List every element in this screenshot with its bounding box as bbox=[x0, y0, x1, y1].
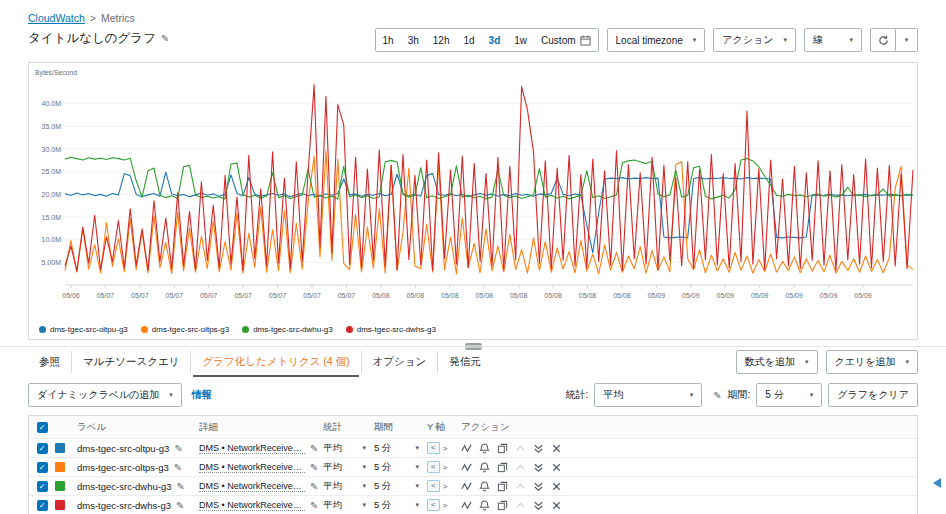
pane-resize-handle[interactable] bbox=[465, 343, 482, 350]
range-button-3d[interactable]: 3d bbox=[482, 31, 508, 50]
create-alarm-icon[interactable] bbox=[479, 443, 490, 454]
create-alarm-icon[interactable] bbox=[479, 500, 490, 511]
range-button-1w[interactable]: 1w bbox=[507, 31, 534, 50]
custom-range-button[interactable]: Custom bbox=[534, 31, 597, 50]
edit-icon[interactable]: ✎ bbox=[174, 443, 182, 454]
edit-icon[interactable]: ✎ bbox=[176, 500, 184, 511]
range-button-3h[interactable]: 3h bbox=[401, 31, 426, 50]
row-checkbox[interactable]: ✓ bbox=[37, 500, 48, 511]
graph-this-metric-icon[interactable] bbox=[461, 481, 472, 492]
range-button-1d[interactable]: 1d bbox=[456, 31, 481, 50]
row-period-value: 5 分 bbox=[374, 461, 391, 474]
move-to-bottom-icon[interactable] bbox=[533, 500, 544, 511]
statistic-value: 平均 bbox=[603, 388, 623, 402]
period-dropdown-caret[interactable]: ▾ bbox=[415, 501, 419, 509]
tab-2[interactable]: グラフ化したメトリクス (4 個) bbox=[191, 351, 361, 373]
legend-item[interactable]: dms-tgec-src-oltps-g3 bbox=[141, 325, 229, 334]
legend-item[interactable]: dms-tgec-src-dwhu-g3 bbox=[242, 325, 333, 334]
yaxis-left-button[interactable]: < bbox=[427, 442, 440, 454]
row-details-link[interactable]: DMS • NetworkReceiveThroughput • Repl bbox=[199, 481, 305, 492]
remove-metric-icon[interactable] bbox=[551, 500, 562, 511]
edit-icon[interactable]: ✎ bbox=[177, 481, 185, 492]
yaxis-left-button[interactable]: < bbox=[427, 499, 440, 511]
graph-type-dropdown[interactable]: 線▾ bbox=[804, 28, 862, 52]
graph-this-metric-icon[interactable] bbox=[461, 443, 472, 454]
yaxis-left-button[interactable]: < bbox=[427, 461, 440, 473]
range-button-1h[interactable]: 1h bbox=[376, 31, 401, 50]
yaxis-left-button[interactable]: < bbox=[427, 480, 440, 492]
create-alarm-icon[interactable] bbox=[479, 481, 490, 492]
move-to-bottom-icon[interactable] bbox=[533, 443, 544, 454]
clear-graph-button[interactable]: グラフをクリア bbox=[828, 383, 918, 407]
tab-0[interactable]: 参照 bbox=[28, 351, 72, 373]
graph-this-metric-icon[interactable] bbox=[461, 500, 472, 511]
period-dropdown-caret[interactable]: ▾ bbox=[415, 482, 419, 490]
move-up-icon[interactable] bbox=[515, 481, 526, 492]
add-math-button[interactable]: 数式を追加▾ bbox=[736, 350, 818, 374]
graph-this-metric-icon[interactable] bbox=[461, 462, 472, 473]
refresh-button[interactable] bbox=[870, 28, 896, 52]
create-alarm-icon[interactable] bbox=[479, 462, 490, 473]
period-dropdown-caret[interactable]: ▾ bbox=[415, 463, 419, 471]
row-checkbox[interactable]: ✓ bbox=[37, 462, 48, 473]
statistic-dropdown-caret[interactable]: ▾ bbox=[362, 482, 366, 490]
select-all-checkbox[interactable]: ✓ bbox=[37, 422, 48, 433]
tab-4[interactable]: 発信元 bbox=[438, 351, 492, 373]
metrics-chart[interactable]: Bytes/Second5.00M10.0M15.0M20.0M25.0M30.… bbox=[29, 63, 917, 313]
statistic-dropdown-caret[interactable]: ▾ bbox=[362, 444, 366, 452]
svg-text:05/07: 05/07 bbox=[166, 292, 184, 299]
edit-icon[interactable]: ✎ bbox=[310, 462, 318, 473]
tab-3[interactable]: オプション bbox=[362, 351, 439, 373]
period-dropdown[interactable]: 5 分▾ bbox=[756, 383, 822, 407]
yaxis-right-button[interactable]: > bbox=[443, 463, 448, 472]
row-details-link[interactable]: DMS • NetworkReceiveThroughput • Repl bbox=[199, 443, 305, 454]
tab-1[interactable]: マルチソースクエリ bbox=[72, 351, 191, 373]
period-dropdown-caret[interactable]: ▾ bbox=[415, 444, 419, 452]
statistic-dropdown-caret[interactable]: ▾ bbox=[362, 501, 366, 509]
edit-icon[interactable]: ✎ bbox=[310, 500, 318, 511]
statistic-dropdown-caret[interactable]: ▾ bbox=[362, 463, 366, 471]
edit-icon[interactable]: ✎ bbox=[174, 462, 182, 473]
legend-dot bbox=[242, 326, 249, 333]
legend-item[interactable]: dms-tgec-src-oltpu-g3 bbox=[39, 325, 128, 334]
row-details-link[interactable]: DMS • NetworkReceiveThroughput • Repl bbox=[199, 462, 305, 473]
dynamic-label-dropdown[interactable]: ダイナミックラベルの追加▾ bbox=[28, 383, 182, 407]
move-to-bottom-icon[interactable] bbox=[533, 481, 544, 492]
remove-metric-icon[interactable] bbox=[551, 462, 562, 473]
edit-icon[interactable]: ✎ bbox=[310, 481, 318, 492]
legend-item[interactable]: dms-tgec-src-dwhs-g3 bbox=[346, 325, 436, 334]
move-up-icon[interactable] bbox=[515, 500, 526, 511]
row-details-link[interactable]: DMS • NetworkReceiveThroughput • Repl bbox=[199, 500, 305, 511]
duplicate-icon[interactable] bbox=[497, 500, 508, 511]
edit-icon[interactable]: ✎ bbox=[310, 443, 318, 454]
remove-metric-icon[interactable] bbox=[551, 481, 562, 492]
yaxis-right-button[interactable]: > bbox=[443, 482, 448, 491]
range-button-12h[interactable]: 12h bbox=[426, 31, 457, 50]
remove-metric-icon[interactable] bbox=[551, 443, 562, 454]
graph-type-value: 線 bbox=[813, 33, 823, 47]
tabs: 参照マルチソースクエリグラフ化したメトリクス (4 個)オプション発信元 bbox=[28, 350, 492, 374]
statistic-dropdown[interactable]: 平均▾ bbox=[594, 383, 702, 407]
duplicate-icon[interactable] bbox=[497, 481, 508, 492]
duplicate-icon[interactable] bbox=[497, 462, 508, 473]
table-row: ✓dms-tgec-src-oltpu-g3✎DMS • NetworkRece… bbox=[29, 438, 917, 457]
svg-text:05/08: 05/08 bbox=[510, 292, 528, 299]
breadcrumb-cloudwatch-link[interactable]: CloudWatch bbox=[28, 12, 85, 24]
edit-title-icon[interactable]: ✎ bbox=[161, 33, 169, 44]
row-checkbox[interactable]: ✓ bbox=[37, 481, 48, 492]
add-query-button[interactable]: クエリを追加▾ bbox=[826, 350, 918, 374]
edit-statistic-icon[interactable]: ✎ bbox=[713, 390, 721, 401]
refresh-options-button[interactable]: ▾ bbox=[896, 28, 918, 52]
move-up-icon[interactable] bbox=[515, 462, 526, 473]
move-up-icon[interactable] bbox=[515, 443, 526, 454]
actions-dropdown[interactable]: アクション▾ bbox=[713, 28, 796, 52]
yaxis-right-button[interactable]: > bbox=[443, 444, 448, 453]
info-link[interactable]: 情報 bbox=[192, 388, 212, 402]
add-math-label: 数式を追加 bbox=[745, 355, 795, 369]
move-to-bottom-icon[interactable] bbox=[533, 462, 544, 473]
svg-text:40.0M: 40.0M bbox=[42, 100, 62, 107]
timezone-dropdown[interactable]: Local timezone▾ bbox=[607, 28, 706, 52]
duplicate-icon[interactable] bbox=[497, 443, 508, 454]
row-checkbox[interactable]: ✓ bbox=[37, 443, 48, 454]
yaxis-right-button[interactable]: > bbox=[443, 501, 448, 510]
